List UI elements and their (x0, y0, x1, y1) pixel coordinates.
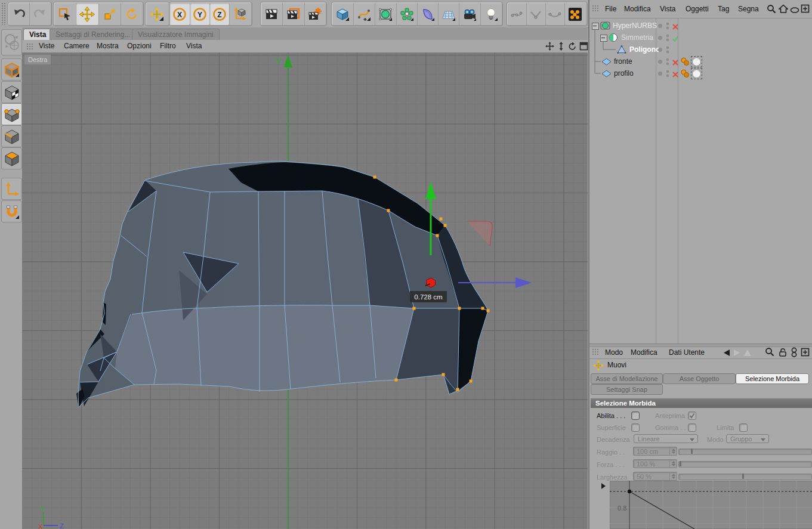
add-deformer-button[interactable] (417, 3, 439, 25)
menu-vista[interactable]: Vista (186, 40, 202, 52)
add-light-button[interactable] (480, 3, 502, 25)
forza-slider[interactable] (678, 461, 812, 468)
om-menu-file[interactable]: File (605, 3, 616, 15)
om-menu-vista[interactable]: Vista (660, 3, 675, 15)
decadenza-dropdown[interactable]: Lineare (634, 434, 698, 443)
stepper-icon[interactable] (669, 460, 677, 468)
tab-asse-modellazione[interactable]: Asse di Modellazione (591, 373, 663, 384)
render-picture-viewer-button[interactable] (282, 3, 305, 25)
visibility-dots[interactable] (666, 57, 669, 68)
enable-dot[interactable] (658, 60, 662, 64)
forza-field[interactable]: 100 % (633, 459, 677, 468)
points-mode-button[interactable] (1, 103, 22, 125)
tab-picture-viewer[interactable]: Visualizzatore Immagini (132, 29, 220, 40)
lock-z-axis-button[interactable]: Z (209, 3, 230, 25)
am-add-panel-icon[interactable] (801, 348, 810, 359)
visibility-dots[interactable] (666, 33, 669, 44)
enable-dot[interactable] (658, 36, 662, 40)
enable-dot[interactable] (658, 48, 662, 52)
coordinate-system-button[interactable] (229, 3, 251, 25)
om-menu-modifica[interactable]: Modifica (624, 3, 651, 15)
om-menu-grip[interactable] (592, 5, 600, 13)
larghezza-slider[interactable] (678, 474, 812, 480)
model-mode-button[interactable] (1, 58, 22, 81)
tab-vista[interactable]: Vista (23, 29, 52, 40)
enable-dot[interactable] (658, 24, 662, 28)
render-settings-button[interactable] (304, 3, 326, 25)
move-active-tool[interactable] (146, 3, 168, 25)
add-environment-button[interactable] (438, 3, 459, 25)
tab-settaggi-snap[interactable]: Settaggi Snap (591, 384, 663, 395)
om-menu-oggetti[interactable]: Oggetti (686, 3, 709, 15)
raggio-field[interactable]: 100 cm (633, 447, 677, 456)
move-tool[interactable] (76, 3, 99, 25)
add-cube-object-button[interactable] (332, 3, 354, 25)
tab-asse-oggetto[interactable]: Asse Oggetto (663, 373, 736, 384)
object-row-fronte[interactable]: fronte (589, 55, 812, 67)
om-filter-eye-icon[interactable] (790, 5, 799, 16)
object-row-hypernurbs[interactable]: HyperNURBS (589, 20, 812, 32)
scale-tool[interactable] (98, 3, 121, 25)
curve-expand-icon[interactable] (601, 483, 606, 489)
content-browser-button[interactable] (564, 3, 586, 25)
menu-filtro[interactable]: Filtro (160, 40, 176, 52)
visibility-dots[interactable] (666, 21, 669, 32)
visibility-dots[interactable] (666, 69, 669, 80)
menu-opzioni[interactable]: Opzioni (127, 40, 152, 52)
lock-x-axis-button[interactable]: X (169, 3, 190, 25)
menu-camere[interactable]: Camere (64, 40, 89, 52)
viewport-canvas[interactable]: Y (22, 52, 588, 529)
enable-dot[interactable] (658, 72, 662, 76)
raggio-slider[interactable] (678, 448, 812, 455)
om-home-icon[interactable] (779, 4, 788, 16)
menu-mostra[interactable]: Mostra (97, 40, 119, 52)
axis-mode-button[interactable] (1, 178, 22, 200)
edit-spline-segment-button[interactable] (545, 3, 565, 25)
edit-spline-tangents-button[interactable] (526, 3, 546, 25)
superficie-checkbox[interactable] (631, 423, 640, 432)
add-camera-button[interactable] (459, 3, 481, 25)
viewport-pan-icon[interactable] (545, 42, 554, 53)
collapse-icon[interactable] (600, 35, 607, 42)
texture-mode-button[interactable] (1, 81, 22, 103)
am-menu-grip[interactable] (592, 348, 600, 356)
texture-tag-icon[interactable] (691, 56, 702, 67)
polygons-mode-button[interactable] (1, 147, 22, 169)
texture-tag-icon[interactable] (691, 68, 702, 79)
collapse-icon[interactable] (592, 23, 599, 30)
am-menu-modifica[interactable]: Modifica (631, 347, 657, 358)
rotate-tool[interactable] (121, 3, 143, 25)
compositing-tag-icon[interactable] (680, 69, 690, 81)
om-menu-tag[interactable]: Tag (718, 3, 729, 15)
lock-y-axis-button[interactable]: Y (190, 3, 210, 25)
undo-button[interactable] (8, 3, 30, 25)
add-spline-button[interactable] (353, 3, 375, 25)
gomma-checkbox[interactable] (688, 423, 696, 432)
visibility-dots[interactable] (666, 45, 669, 56)
compositing-tag-icon[interactable] (680, 57, 690, 69)
am-lock-icon[interactable] (779, 348, 787, 359)
edges-mode-button[interactable] (1, 125, 22, 147)
tab-render-settings[interactable]: Settaggi di Rendering... (50, 29, 136, 40)
limita-checkbox[interactable] (739, 423, 748, 432)
om-add-panel-icon[interactable] (801, 4, 810, 16)
render-view-button[interactable] (261, 3, 283, 25)
viewport-menu-grip[interactable] (26, 43, 34, 50)
am-link-icon[interactable] (791, 347, 798, 360)
section-header[interactable]: Selezione Morbida (591, 398, 812, 408)
viewport-zoom-icon[interactable] (557, 42, 566, 53)
om-menu-segna[interactable]: Segna (738, 3, 759, 15)
toolbar-grip[interactable] (1, 2, 7, 25)
modo-dropdown[interactable]: Gruppo (726, 434, 769, 443)
am-menu-modo[interactable]: Modo (605, 347, 623, 358)
falloff-curve-graph[interactable]: 0.8 (610, 481, 812, 529)
object-row-poligono[interactable]: Poligono (589, 44, 812, 55)
object-row-profilo[interactable]: profilo (589, 67, 812, 79)
stepper-icon[interactable] (669, 447, 677, 455)
am-back-icon[interactable] (723, 348, 731, 359)
add-hypernurbs-button[interactable] (375, 3, 397, 25)
make-editable-button[interactable] (1, 29, 22, 55)
am-menu-dati-utente[interactable]: Dati Utente (669, 347, 705, 358)
am-search-icon[interactable] (765, 347, 774, 359)
redo-button[interactable] (29, 3, 50, 25)
